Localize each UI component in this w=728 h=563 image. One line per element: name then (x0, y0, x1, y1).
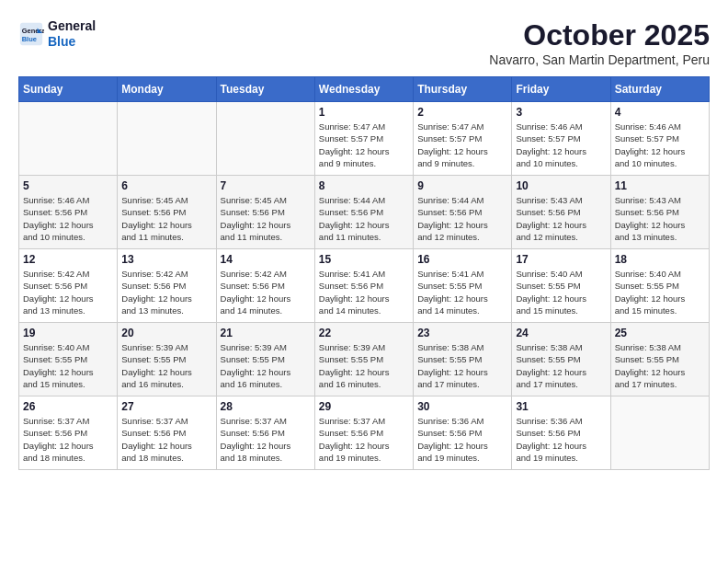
day-number: 7 (221, 179, 311, 192)
col-thursday: Thursday (414, 77, 512, 102)
day-info: Sunrise: 5:38 AM Sunset: 5:55 PM Dayligh… (516, 341, 606, 390)
day-info: Sunrise: 5:43 AM Sunset: 5:56 PM Dayligh… (615, 194, 705, 243)
calendar-cell: 30Sunrise: 5:36 AM Sunset: 5:56 PM Dayli… (414, 396, 512, 470)
day-number: 25 (615, 327, 705, 339)
day-number: 12 (23, 253, 113, 266)
day-info: Sunrise: 5:46 AM Sunset: 5:57 PM Dayligh… (516, 121, 606, 169)
calendar-cell: 17Sunrise: 5:40 AM Sunset: 5:55 PM Dayli… (512, 249, 610, 323)
day-number: 14 (221, 253, 311, 266)
day-info: Sunrise: 5:37 AM Sunset: 5:56 PM Dayligh… (121, 415, 211, 464)
calendar-cell: 7Sunrise: 5:45 AM Sunset: 5:56 PM Daylig… (216, 176, 314, 249)
col-monday: Monday (118, 77, 216, 102)
day-info: Sunrise: 5:47 AM Sunset: 5:57 PM Dayligh… (417, 121, 507, 169)
day-number: 4 (615, 106, 705, 119)
calendar-cell: 13Sunrise: 5:42 AM Sunset: 5:56 PM Dayli… (118, 249, 216, 323)
day-info: Sunrise: 5:46 AM Sunset: 5:57 PM Dayligh… (615, 121, 705, 169)
day-info: Sunrise: 5:36 AM Sunset: 5:56 PM Dayligh… (417, 415, 507, 464)
calendar-cell: 8Sunrise: 5:44 AM Sunset: 5:56 PM Daylig… (314, 176, 413, 249)
day-number: 13 (121, 253, 211, 266)
day-info: Sunrise: 5:38 AM Sunset: 5:55 PM Dayligh… (615, 341, 705, 390)
calendar-cell: 14Sunrise: 5:42 AM Sunset: 5:56 PM Dayli… (216, 249, 314, 323)
calendar-cell: 28Sunrise: 5:37 AM Sunset: 5:56 PM Dayli… (216, 396, 314, 470)
calendar-header: Sunday Monday Tuesday Wednesday Thursday… (19, 77, 710, 102)
day-info: Sunrise: 5:42 AM Sunset: 5:56 PM Dayligh… (121, 268, 211, 316)
calendar-cell: 24Sunrise: 5:38 AM Sunset: 5:55 PM Dayli… (512, 323, 610, 396)
day-number: 3 (516, 106, 606, 119)
location-title: Navarro, San Martin Department, Peru (489, 52, 710, 67)
calendar-body: 1Sunrise: 5:47 AM Sunset: 5:57 PM Daylig… (19, 102, 710, 470)
calendar-week-1: 1Sunrise: 5:47 AM Sunset: 5:57 PM Daylig… (19, 102, 710, 176)
calendar-cell: 15Sunrise: 5:41 AM Sunset: 5:56 PM Dayli… (314, 249, 413, 323)
calendar-cell (610, 396, 709, 470)
day-number: 28 (221, 400, 311, 413)
calendar-week-2: 5Sunrise: 5:46 AM Sunset: 5:56 PM Daylig… (19, 176, 710, 249)
day-number: 5 (23, 179, 113, 192)
day-number: 8 (319, 179, 409, 192)
calendar-cell: 6Sunrise: 5:45 AM Sunset: 5:56 PM Daylig… (118, 176, 216, 249)
calendar-week-5: 26Sunrise: 5:37 AM Sunset: 5:56 PM Dayli… (19, 396, 710, 470)
calendar-cell: 26Sunrise: 5:37 AM Sunset: 5:56 PM Dayli… (19, 396, 118, 470)
day-info: Sunrise: 5:41 AM Sunset: 5:56 PM Dayligh… (319, 268, 409, 316)
day-number: 2 (417, 106, 507, 119)
day-info: Sunrise: 5:47 AM Sunset: 5:57 PM Dayligh… (319, 121, 409, 169)
day-info: Sunrise: 5:39 AM Sunset: 5:55 PM Dayligh… (121, 341, 211, 390)
title-area: October 2025 Navarro, San Martin Departm… (489, 18, 710, 67)
calendar-cell: 9Sunrise: 5:44 AM Sunset: 5:56 PM Daylig… (414, 176, 512, 249)
day-info: Sunrise: 5:37 AM Sunset: 5:56 PM Dayligh… (23, 415, 113, 464)
day-info: Sunrise: 5:46 AM Sunset: 5:56 PM Dayligh… (23, 194, 113, 243)
calendar-cell: 3Sunrise: 5:46 AM Sunset: 5:57 PM Daylig… (512, 102, 610, 176)
logo-icon: General Blue (18, 21, 44, 47)
svg-text:Blue: Blue (22, 35, 37, 43)
calendar-week-3: 12Sunrise: 5:42 AM Sunset: 5:56 PM Dayli… (19, 249, 710, 323)
day-number: 16 (417, 253, 507, 266)
day-number: 27 (121, 400, 211, 413)
calendar-cell: 22Sunrise: 5:39 AM Sunset: 5:55 PM Dayli… (314, 323, 413, 396)
calendar-cell: 12Sunrise: 5:42 AM Sunset: 5:56 PM Dayli… (19, 249, 118, 323)
calendar-cell: 20Sunrise: 5:39 AM Sunset: 5:55 PM Dayli… (118, 323, 216, 396)
day-number: 30 (417, 400, 507, 413)
day-number: 10 (516, 179, 606, 192)
day-info: Sunrise: 5:39 AM Sunset: 5:55 PM Dayligh… (319, 341, 409, 390)
col-saturday: Saturday (610, 77, 709, 102)
day-info: Sunrise: 5:37 AM Sunset: 5:56 PM Dayligh… (221, 415, 311, 464)
day-info: Sunrise: 5:36 AM Sunset: 5:56 PM Dayligh… (516, 415, 606, 464)
day-number: 23 (417, 327, 507, 339)
day-info: Sunrise: 5:38 AM Sunset: 5:55 PM Dayligh… (417, 341, 507, 390)
logo: General Blue General Blue (18, 18, 96, 50)
calendar-cell: 31Sunrise: 5:36 AM Sunset: 5:56 PM Dayli… (512, 396, 610, 470)
day-info: Sunrise: 5:40 AM Sunset: 5:55 PM Dayligh… (516, 268, 606, 316)
calendar-cell: 4Sunrise: 5:46 AM Sunset: 5:57 PM Daylig… (610, 102, 709, 176)
calendar-cell (216, 102, 314, 176)
day-number: 20 (121, 327, 211, 339)
calendar-cell: 5Sunrise: 5:46 AM Sunset: 5:56 PM Daylig… (19, 176, 118, 249)
day-number: 29 (319, 400, 409, 413)
calendar-cell: 1Sunrise: 5:47 AM Sunset: 5:57 PM Daylig… (314, 102, 413, 176)
day-number: 11 (615, 179, 705, 192)
calendar-cell: 29Sunrise: 5:37 AM Sunset: 5:56 PM Dayli… (314, 396, 413, 470)
day-number: 17 (516, 253, 606, 266)
day-number: 6 (121, 179, 211, 192)
calendar-cell: 23Sunrise: 5:38 AM Sunset: 5:55 PM Dayli… (414, 323, 512, 396)
calendar-cell: 10Sunrise: 5:43 AM Sunset: 5:56 PM Dayli… (512, 176, 610, 249)
calendar-cell: 21Sunrise: 5:39 AM Sunset: 5:55 PM Dayli… (216, 323, 314, 396)
day-info: Sunrise: 5:45 AM Sunset: 5:56 PM Dayligh… (121, 194, 211, 243)
calendar-week-4: 19Sunrise: 5:40 AM Sunset: 5:55 PM Dayli… (19, 323, 710, 396)
day-info: Sunrise: 5:40 AM Sunset: 5:55 PM Dayligh… (23, 341, 113, 390)
calendar-cell (19, 102, 118, 176)
day-info: Sunrise: 5:44 AM Sunset: 5:56 PM Dayligh… (319, 194, 409, 243)
col-tuesday: Tuesday (216, 77, 314, 102)
day-number: 18 (615, 253, 705, 266)
calendar-cell: 11Sunrise: 5:43 AM Sunset: 5:56 PM Dayli… (610, 176, 709, 249)
day-info: Sunrise: 5:41 AM Sunset: 5:55 PM Dayligh… (417, 268, 507, 316)
calendar-cell: 19Sunrise: 5:40 AM Sunset: 5:55 PM Dayli… (19, 323, 118, 396)
logo-text: General Blue (48, 18, 96, 50)
day-info: Sunrise: 5:37 AM Sunset: 5:56 PM Dayligh… (319, 415, 409, 464)
day-number: 26 (23, 400, 113, 413)
day-info: Sunrise: 5:42 AM Sunset: 5:56 PM Dayligh… (23, 268, 113, 316)
day-info: Sunrise: 5:43 AM Sunset: 5:56 PM Dayligh… (516, 194, 606, 243)
header: General Blue General Blue October 2025 N… (18, 18, 710, 67)
day-number: 19 (23, 327, 113, 339)
day-number: 22 (319, 327, 409, 339)
day-number: 1 (319, 106, 409, 119)
svg-text:General: General (22, 27, 44, 35)
